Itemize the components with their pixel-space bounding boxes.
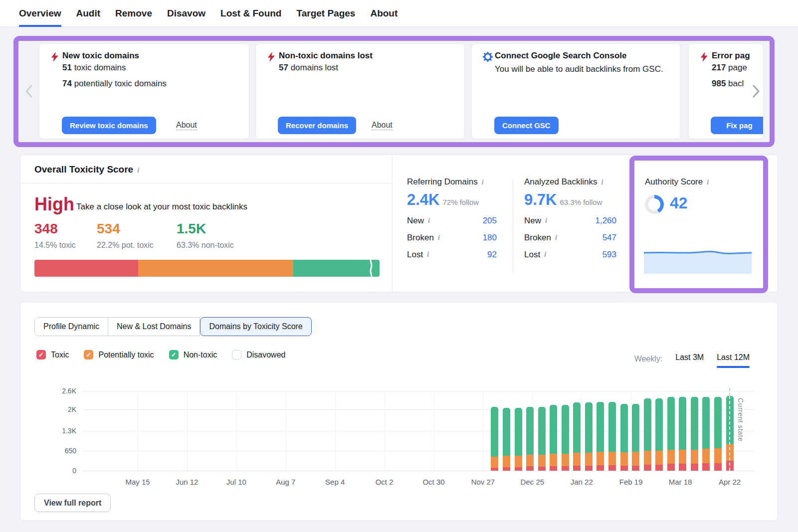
info-icon[interactable]: i [544, 251, 546, 259]
info-icon[interactable]: i [428, 217, 430, 225]
lost-backlinks-value[interactable]: 593 [602, 250, 616, 260]
gridline [582, 391, 582, 471]
tab-target-pages[interactable]: Target Pages [296, 0, 355, 27]
bar-segment-potentially-toxic [644, 451, 651, 465]
bar-segment-non-toxic [515, 408, 522, 456]
bar-segment-potentially-toxic [714, 448, 722, 463]
lost-domains-value[interactable]: 92 [487, 250, 497, 260]
tab-overview-label: Overview [19, 8, 61, 19]
bar-segment-toxic [691, 464, 698, 471]
tab-remove[interactable]: Remove [115, 0, 152, 27]
checked-checkbox-icon[interactable]: ✓ [169, 350, 179, 359]
fix-pages-button[interactable]: Fix pag [711, 117, 764, 134]
gridline [631, 391, 631, 471]
current-state-line [729, 396, 730, 471]
divider [513, 179, 513, 274]
legend-item-toxic[interactable]: ✓Toxic [36, 350, 69, 359]
period-last-12m[interactable]: Last 12M [717, 353, 750, 365]
period-label: Weekly: [634, 355, 663, 363]
x-axis-label: Oct 2 [376, 478, 394, 486]
tab-profile-dynamic[interactable]: Profile Dynamic [34, 317, 108, 336]
bar-segment-toxic [620, 466, 628, 471]
tab-lost-and-found[interactable]: Lost & Found [220, 0, 281, 27]
chart-card: Profile Dynamic New & Lost Domains Domai… [20, 302, 778, 521]
info-icon[interactable]: i [707, 178, 709, 186]
info-icon[interactable]: i [601, 178, 603, 186]
chart-plot-area [83, 391, 755, 471]
bar-segment-potentially-toxic [691, 450, 698, 464]
info-icon[interactable]: i [137, 167, 139, 175]
info-icon[interactable]: i [555, 234, 557, 242]
promo-card-connect-gsc: Connect Google Search Console You will b… [471, 43, 681, 139]
carousel-next-button[interactable] [749, 84, 762, 99]
recover-domains-button[interactable]: Recover domains [278, 117, 356, 134]
bar-segment-non-toxic [526, 407, 534, 455]
current-state-line [729, 388, 730, 396]
bar-segment-non-toxic [538, 407, 546, 455]
tab-about[interactable]: About [370, 0, 398, 27]
period-selector: Weekly: Last 3M Last 12M [634, 353, 750, 365]
tab-domains-by-toxicity-score[interactable]: Domains by Toxicity Score [200, 317, 311, 336]
referring-domains-title: Referring Domainsi [407, 177, 497, 187]
chevron-left-icon [23, 84, 36, 99]
broken-backlinks-value[interactable]: 547 [602, 233, 616, 243]
gridline [385, 391, 385, 471]
gridline [286, 391, 286, 471]
legend-label: Non-toxic [184, 351, 217, 359]
tab-audit[interactable]: Audit [76, 0, 101, 27]
promo-card-new-toxic-domains: New toxic domains 51 toxic domains 74 po… [39, 43, 249, 139]
legend-label: Disavowed [246, 351, 285, 359]
new-domains-value[interactable]: 205 [483, 216, 497, 226]
toxicity-bar-segment-toxic [34, 260, 138, 277]
legend-item-disavowed[interactable]: Disavowed [232, 350, 285, 359]
period-last-3m[interactable]: Last 3M [675, 353, 704, 365]
info-icon[interactable]: i [545, 217, 547, 225]
view-full-report-button[interactable]: View full report [34, 494, 111, 512]
authority-score-value: 42 [670, 194, 688, 212]
info-icon[interactable]: i [482, 178, 484, 186]
checked-checkbox-icon[interactable]: ✓ [36, 350, 46, 359]
authority-score-title: Authority Scorei [645, 177, 755, 187]
bar-segment-toxic [503, 467, 510, 471]
tab-overview[interactable]: Overview [19, 0, 61, 27]
toxicity-hint: Take a close look at your most toxic bac… [76, 202, 247, 212]
analyzed-backlinks-total: 9.7K63.3% follow [524, 191, 616, 209]
connect-gsc-button[interactable]: Connect GSC [494, 117, 559, 134]
gridline [83, 451, 755, 451]
chart-view-tabs: Profile Dynamic New & Lost Domains Domai… [34, 317, 312, 336]
bar-segment-toxic [702, 463, 710, 471]
referring-domains-total: 2.4K72% follow [407, 191, 497, 209]
bar-segment-toxic [550, 466, 557, 471]
about-link[interactable]: About [372, 121, 393, 130]
y-axis-label: 2K [41, 405, 76, 413]
checked-checkbox-icon[interactable]: ✓ [84, 350, 93, 359]
about-link[interactable]: About [176, 121, 197, 130]
y-axis-label: 1.3K [41, 427, 76, 435]
info-icon[interactable]: i [427, 251, 429, 259]
unchecked-checkbox-icon[interactable] [232, 350, 241, 359]
legend-item-potentially-toxic[interactable]: ✓Potentially toxic [84, 350, 154, 359]
info-icon[interactable]: i [438, 234, 440, 242]
review-toxic-domains-button[interactable]: Review toxic domains [62, 117, 156, 134]
stat-row-new: Newi1,260 [524, 216, 616, 226]
x-axis-label: Nov 27 [471, 478, 495, 486]
tab-disavow[interactable]: Disavow [167, 0, 205, 27]
bar-segment-non-toxic [550, 405, 557, 454]
tab-new-lost-domains[interactable]: New & Lost Domains [108, 317, 200, 336]
bar-segment-non-toxic [644, 398, 651, 451]
broken-domains-value[interactable]: 180 [483, 233, 497, 243]
carousel-prev-button[interactable] [23, 84, 36, 99]
bar-segment-toxic [526, 466, 534, 471]
promo-card-stat: 985 bacl [712, 79, 744, 89]
stat-row-lost: Losti593 [524, 250, 616, 260]
bar-segment-potentially-toxic [608, 452, 616, 465]
legend-item-non-toxic[interactable]: ✓Non-toxic [169, 350, 217, 359]
bar-segment-potentially-toxic [550, 454, 557, 466]
toxicity-section-title: Overall Toxicity Scorei [34, 164, 139, 175]
bar-segment-non-toxic [691, 397, 698, 449]
bar-segment-non-toxic [655, 398, 663, 451]
new-backlinks-value[interactable]: 1,260 [595, 216, 616, 226]
current-state-annotation: Current state [737, 398, 745, 441]
promo-card-stat: 74 potentially toxic domains [62, 79, 167, 89]
lightning-icon [267, 52, 276, 62]
